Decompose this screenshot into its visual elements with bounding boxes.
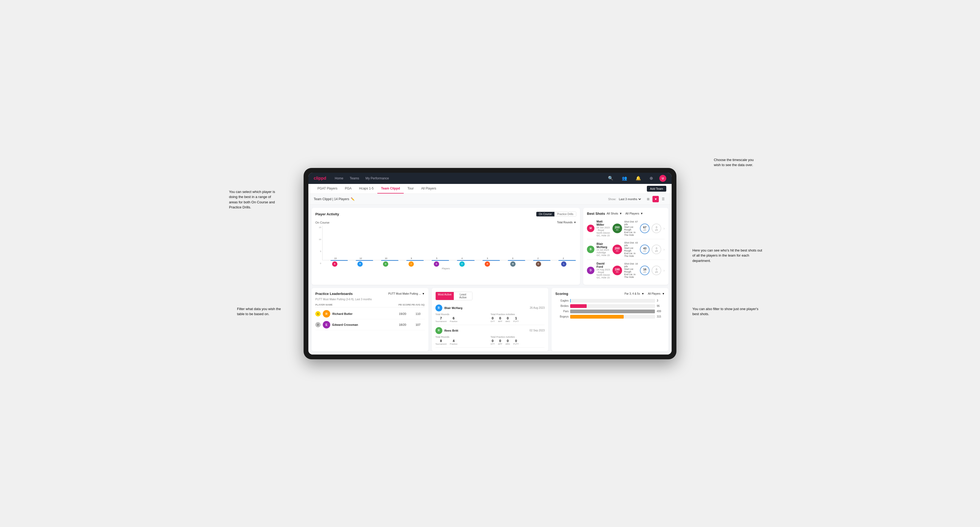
- most-active-tab[interactable]: Most Active: [436, 292, 454, 300]
- rounds-stat-row: 8 Tournament 4 Practice: [435, 339, 490, 345]
- nav-item-teams[interactable]: Teams: [350, 176, 359, 180]
- tournament-stat: 8 Tournament: [435, 339, 447, 345]
- right-panel: Best Shots All Shots ▼ All Players ▼ M: [583, 208, 668, 285]
- heart-view-button[interactable]: ♥: [652, 196, 659, 202]
- bell-icon[interactable]: 🔔: [636, 176, 641, 181]
- leaderboard-row: 1 R Richard Butler 19/20 110: [315, 308, 425, 319]
- scoring-card: Scoring Par 3, 4 & 5s ▼ All Players ▼ Ea…: [552, 288, 668, 351]
- bar-group: 4: [450, 257, 474, 260]
- shot-item: M Matt Miller 09 Jun 2023 · Royal North …: [587, 218, 665, 239]
- all-shots-filter[interactable]: All Shots ▼: [607, 212, 622, 215]
- th-pb-score: PB SCORE: [398, 303, 412, 306]
- add-team-button[interactable]: Add Team: [647, 186, 666, 192]
- search-icon[interactable]: 🔍: [608, 176, 613, 181]
- chart-filter[interactable]: Total Rounds ▼: [557, 221, 576, 224]
- practice-drills-toggle[interactable]: Practice Drills: [554, 212, 576, 216]
- bar-chart: 1312109543322: [322, 226, 576, 260]
- scoring-bar-value: 315: [657, 315, 665, 318]
- lb-avg: 107: [412, 323, 425, 326]
- bar-highlight: [406, 260, 424, 261]
- tournament-stat: 7 Tournament: [435, 316, 447, 322]
- shot-stat-label-1: yds: [643, 271, 646, 273]
- avatar-circle: E: [434, 261, 439, 267]
- leaderboard-row: 2 E Edward Crossman 18/20 107: [315, 319, 425, 330]
- practice-leaderboards-card: Practice Leaderboards PUTT Must Make Put…: [312, 288, 428, 351]
- scoring-bar-value: 3: [657, 299, 665, 302]
- list-view-button[interactable]: ☰: [660, 196, 666, 202]
- chart-section-header: On Course Total Rounds ▼: [315, 221, 576, 224]
- practice-activities-label: Total Practice Activities: [490, 336, 545, 338]
- shot-stat-label-1: yds: [643, 229, 646, 231]
- rounds-stat-row: 7 Tournament 6 Practice: [435, 316, 490, 322]
- player-avatar-small: E: [526, 261, 551, 267]
- chart-area: On Course Total Rounds ▼ 15 10 5: [315, 219, 576, 272]
- edit-icon[interactable]: ✏️: [351, 197, 355, 201]
- nav-item-home[interactable]: Home: [335, 176, 343, 180]
- putt-label: PUTT: [513, 343, 519, 345]
- avatar-circle: R: [485, 261, 490, 267]
- most-active-tabs: Most Active Least Active: [435, 292, 473, 300]
- bar-highlight: [331, 260, 348, 261]
- best-shots-title: Best Shots: [587, 211, 605, 216]
- chevron-right-icon[interactable]: ›: [663, 226, 665, 230]
- shot-badge: 198 SG: [612, 266, 622, 275]
- avatar-circle: M: [510, 261, 515, 267]
- lb-player-name: Edward Crossman: [332, 323, 394, 326]
- users-icon[interactable]: 👥: [622, 176, 627, 181]
- tab-pgat-players[interactable]: PGAT Players: [314, 184, 341, 194]
- plus-circle-icon[interactable]: ⊕: [649, 176, 653, 181]
- callout-right-bottom: You can also filter to show just one pla…: [692, 306, 764, 317]
- callout-top-left: You can select which player is doing the…: [229, 189, 275, 210]
- avatar[interactable]: U: [659, 175, 666, 182]
- least-active-tab[interactable]: Least Active: [454, 292, 472, 300]
- gtt-num: 0: [492, 316, 493, 320]
- active-players-list: B Blair McHarg 26 Aug 2023 Total Rounds …: [435, 302, 545, 348]
- tab-team-clippd[interactable]: Team Clippd: [377, 184, 404, 194]
- chevron-right-icon[interactable]: ›: [663, 247, 665, 252]
- tab-tour[interactable]: Tour: [404, 184, 417, 194]
- arg-label: ARG: [506, 343, 510, 345]
- shot-stat-1: 67 yds: [640, 224, 649, 233]
- grid-view-button[interactable]: ⊞: [645, 196, 651, 202]
- tournament-num: 8: [440, 339, 442, 343]
- shot-item: D David Ford 24 Aug 2023 · Royal North D…: [587, 260, 665, 281]
- shot-badge-num: 198: [615, 268, 619, 271]
- gtt-num: 0: [492, 339, 493, 343]
- active-avatar: R: [435, 327, 442, 334]
- bar-value: 2: [563, 257, 564, 259]
- chart-section-title: On Course: [315, 221, 329, 224]
- rank-badge: 1: [315, 311, 321, 316]
- app-num: 0: [499, 316, 501, 320]
- bar-value: 13: [334, 257, 337, 259]
- arg-label: ARG: [506, 320, 510, 322]
- shot-badge-label: SG: [616, 229, 619, 231]
- bar-highlight: [432, 260, 449, 261]
- shot-avatar: B: [587, 246, 594, 253]
- shot-avatar: M: [587, 225, 594, 232]
- on-course-toggle[interactable]: On Course: [536, 212, 554, 216]
- best-shots-card: Best Shots All Shots ▼ All Players ▼ M: [583, 208, 668, 285]
- sub-nav: PGAT Players PGA Hcaps 1-5 Team Clippd T…: [309, 184, 671, 194]
- shot-details: Shot Dist: 43 yds Start Lie: Rough End L…: [624, 241, 638, 257]
- tab-pga[interactable]: PGA: [341, 184, 355, 194]
- leaderboard-filter[interactable]: PUTT Must Make Putting ... ▼: [388, 292, 425, 295]
- practice-activities-row: 0 GTT 0 APP 0 ARG 1 PUTT: [490, 316, 545, 322]
- show-select[interactable]: Last 3 months Last 6 months Last year: [618, 197, 642, 201]
- avatar-circle: D: [383, 261, 388, 267]
- shot-player-info: David Ford 24 Aug 2023 · Royal North Dev…: [597, 262, 610, 279]
- shot-stat-label-2: yds: [655, 271, 658, 273]
- app-label: APP: [498, 343, 502, 345]
- tab-all-players[interactable]: All Players: [417, 184, 440, 194]
- nav-logo: clippd: [314, 176, 326, 181]
- shot-badge: 200 SG: [612, 224, 622, 233]
- chevron-right-icon[interactable]: ›: [663, 268, 665, 273]
- scoring-bar-fill: [570, 315, 624, 319]
- avatar-circle: R: [357, 261, 363, 267]
- total-rounds-section: Total Rounds 8 Tournament 4 Practice: [435, 336, 490, 345]
- all-players-filter[interactable]: All Players ▼: [625, 212, 643, 215]
- app-stat: 0 APP: [498, 339, 502, 345]
- scoring-row-label: Pars: [555, 310, 568, 313]
- bottom-grid: Practice Leaderboards PUTT Must Make Put…: [309, 288, 671, 354]
- nav-item-performance[interactable]: My Performance: [365, 176, 389, 180]
- tab-hcaps[interactable]: Hcaps 1-5: [355, 184, 377, 194]
